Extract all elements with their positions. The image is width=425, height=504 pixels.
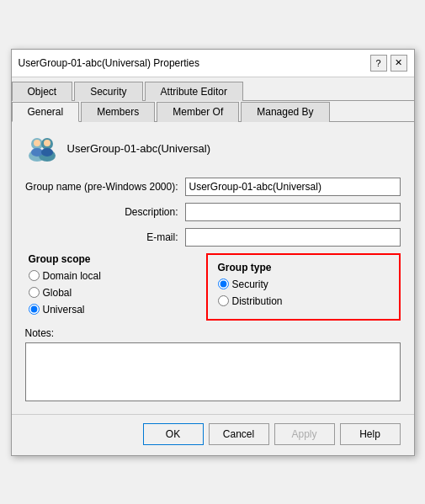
type-distribution: Distribution bbox=[218, 295, 389, 307]
group-name-label: Group name (pre-Windows 2000): bbox=[25, 181, 185, 193]
group-type-section: Group type Security Distribution bbox=[206, 253, 401, 321]
group-header: UserGroup-01-abc(Universal) bbox=[25, 132, 401, 166]
help-btn-footer[interactable]: Help bbox=[340, 423, 401, 445]
close-button[interactable]: ✕ bbox=[390, 55, 407, 72]
scope-universal-radio[interactable] bbox=[29, 304, 40, 315]
title-bar: UserGroup-01-abc(Universal) Properties ?… bbox=[12, 50, 414, 77]
scope-global: Global bbox=[29, 287, 199, 299]
description-label: Description: bbox=[25, 206, 185, 218]
tab-security[interactable]: Security bbox=[74, 82, 142, 101]
svg-point-6 bbox=[44, 140, 50, 146]
tab-object[interactable]: Object bbox=[12, 82, 73, 101]
tab-members[interactable]: Members bbox=[81, 102, 155, 122]
notes-section: Notes: bbox=[25, 327, 401, 404]
group-icon bbox=[25, 132, 59, 166]
svg-point-7 bbox=[41, 148, 53, 157]
scope-domain-local: Domain local bbox=[29, 270, 199, 282]
group-type-label: Group type bbox=[218, 262, 389, 273]
type-security-radio[interactable] bbox=[218, 279, 229, 289]
group-scope-section: Group scope Domain local Global Universa… bbox=[25, 253, 199, 321]
tab-row-1: Object Security Attribute Editor bbox=[12, 77, 414, 101]
scope-universal: Universal bbox=[29, 304, 199, 316]
group-scope-label: Group scope bbox=[29, 253, 199, 265]
group-name-input[interactable] bbox=[185, 178, 401, 196]
notes-textarea[interactable] bbox=[25, 342, 401, 401]
email-row: E-mail: bbox=[25, 228, 401, 247]
email-label: E-mail: bbox=[25, 231, 185, 243]
apply-button[interactable]: Apply bbox=[274, 423, 335, 445]
tab-content: UserGroup-01-abc(Universal) Group name (… bbox=[12, 122, 414, 414]
svg-point-5 bbox=[31, 148, 43, 157]
scope-domain-local-radio[interactable] bbox=[29, 270, 40, 281]
dialog-title: UserGroup-01-abc(Universal) Properties bbox=[19, 57, 199, 69]
email-input[interactable] bbox=[185, 228, 401, 247]
ok-button[interactable]: OK bbox=[143, 423, 204, 445]
tab-row-2: General Members Member Of Managed By bbox=[12, 101, 414, 122]
tab-managed-by[interactable]: Managed By bbox=[241, 102, 329, 122]
help-button[interactable]: ? bbox=[370, 55, 387, 72]
scope-global-radio[interactable] bbox=[29, 287, 40, 298]
scope-type-section: Group scope Domain local Global Universa… bbox=[25, 253, 401, 321]
tab-general[interactable]: General bbox=[12, 102, 80, 122]
tab-member-of[interactable]: Member Of bbox=[157, 102, 239, 122]
svg-point-4 bbox=[34, 140, 40, 146]
description-row: Description: bbox=[25, 203, 401, 221]
tab-attribute-editor[interactable]: Attribute Editor bbox=[145, 82, 243, 101]
group-header-name: UserGroup-01-abc(Universal) bbox=[67, 142, 211, 155]
description-input[interactable] bbox=[185, 203, 401, 221]
type-security: Security bbox=[218, 279, 389, 290]
group-name-row: Group name (pre-Windows 2000): bbox=[25, 178, 401, 196]
type-distribution-radio[interactable] bbox=[218, 295, 229, 306]
title-bar-controls: ? ✕ bbox=[370, 55, 407, 72]
dialog-window: UserGroup-01-abc(Universal) Properties ?… bbox=[11, 49, 415, 456]
button-row: OK Cancel Apply Help bbox=[12, 414, 414, 455]
cancel-button[interactable]: Cancel bbox=[209, 423, 269, 445]
notes-label: Notes: bbox=[25, 327, 401, 339]
